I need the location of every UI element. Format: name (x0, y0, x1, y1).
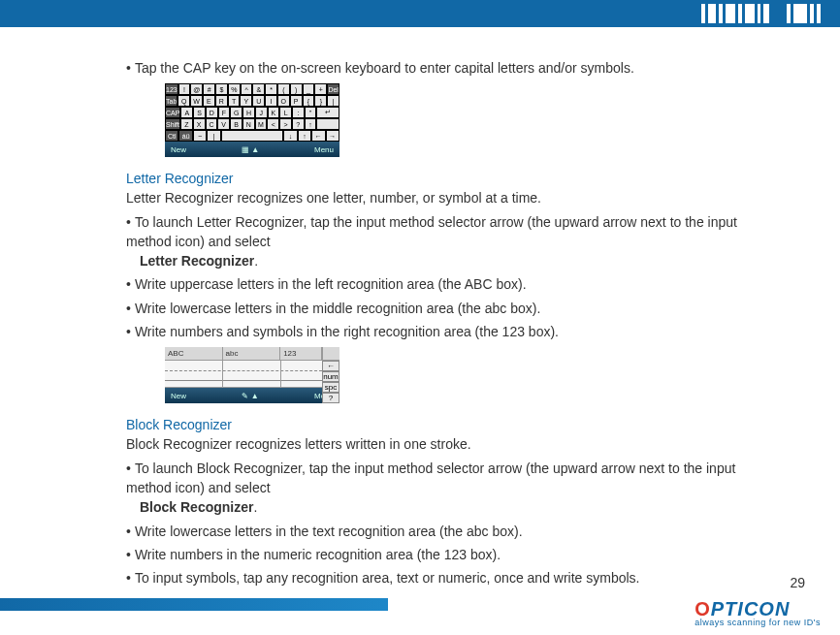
fig1-menu-label: Menu (314, 145, 334, 154)
br-bullet-3: •Write numbers in the numeric recognitio… (126, 545, 772, 564)
zone-123: 123 (280, 347, 322, 360)
lr-b2-text: Write uppercase letters in the left reco… (135, 276, 527, 292)
lr-b3-text: Write lowercase letters in the middle re… (135, 301, 540, 316)
cap-bullet-text: Tap the CAP key on the on-screen keyboar… (135, 60, 634, 76)
fig2-new-label: New (171, 392, 186, 400)
cap-bullet: •Tap the CAP key on the on-screen keyboa… (126, 58, 772, 78)
side-back-icon: ← (322, 361, 339, 371)
bottom-stripe (0, 598, 388, 611)
zone-abc-upper: ABC (165, 347, 223, 360)
lr-bullet-3: •Write lowercase letters in the middle r… (126, 299, 772, 318)
lr-b1-bold: Letter Recognizer (140, 253, 254, 269)
br-b2-text: Write lowercase letters in the text reco… (135, 524, 523, 539)
top-bar (0, 0, 840, 27)
page-number: 29 (790, 575, 805, 590)
br-b1-text: To launch Block Recognizer, tap the inpu… (126, 460, 735, 495)
lr-bullet-2: •Write uppercase letters in the left rec… (126, 274, 772, 294)
brand-logo: OPTICON always scanning for new ID's (695, 600, 821, 627)
br-bullet-1: •To launch Block Recognizer, tap the inp… (126, 459, 772, 518)
fig2-toggle-icon: ✎ ▲ (242, 392, 258, 400)
fig1-new-label: New (171, 145, 186, 154)
side-help: ? (322, 393, 339, 403)
block-recognizer-title: Block Recognizer (126, 417, 772, 432)
letter-recognizer-intro: Letter Recognizer recognizes one letter,… (126, 188, 772, 207)
lr-bullet-1: •To launch Letter Recognizer, tap the in… (126, 212, 772, 271)
br-bullet-4: •To input symbols, tap any recognition a… (126, 568, 772, 587)
zone-abc-lower: abc (223, 347, 281, 360)
barcode-decoration (701, 4, 821, 23)
br-b1-tail: . (253, 499, 257, 515)
content-area: •Tap the CAP key on the on-screen keyboa… (0, 27, 840, 587)
letter-recognizer-figure: ABC abc 123 ← num spc ? (165, 347, 339, 403)
block-recognizer-intro: Block Recognizer recognizes letters writ… (126, 434, 772, 454)
lr-b4-text: Write numbers and symbols in the right r… (135, 324, 559, 339)
br-bullet-2: •Write lowercase letters in the text rec… (126, 522, 772, 541)
side-num: num (322, 371, 339, 382)
brand-tagline: always scanning for new ID's (695, 618, 821, 627)
lr-b1-tail: . (254, 253, 258, 269)
lr-b1-text: To launch Letter Recognizer, tap the inp… (126, 214, 737, 249)
side-spc: spc (322, 382, 339, 393)
br-b1-bold: Block Recognizer (140, 499, 253, 515)
br-b3-text: Write numbers in the numeric recognition… (135, 547, 501, 562)
lr-bullet-4: •Write numbers and symbols in the right … (126, 322, 772, 341)
br-b4-text: To input symbols, tap any recognition ar… (135, 570, 640, 586)
keyboard-toggle-icon: ▦ ▲ (242, 145, 259, 154)
keyboard-figure: 123!@#$%^&*()_+Del TabQWERTYUIOP{}| CAPA… (165, 83, 339, 157)
letter-recognizer-title: Letter Recognizer (126, 171, 772, 186)
